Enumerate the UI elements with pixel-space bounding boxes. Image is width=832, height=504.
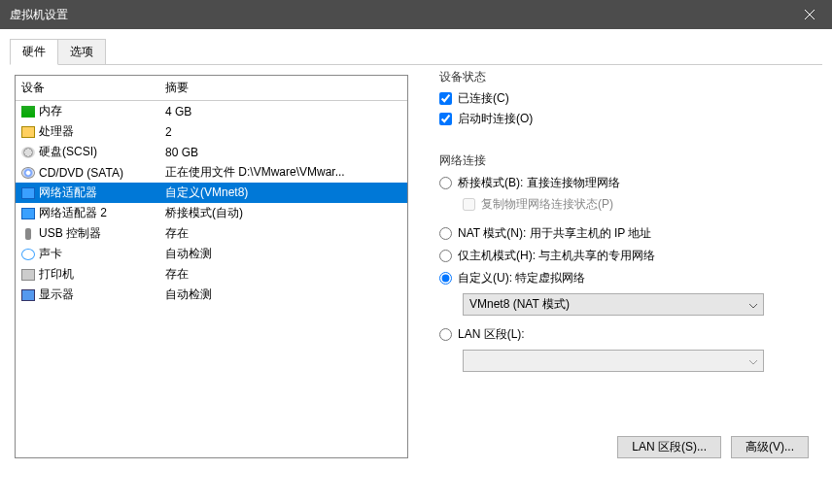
detail-pane: 设备状态 已连接(C) 启动时连接(O) 网络连接 桥接模式(B): 直接连接物… <box>428 75 817 458</box>
connected-input[interactable] <box>439 92 452 105</box>
device-summary: 存在 <box>165 225 401 242</box>
device-name: 显示器 <box>39 286 165 303</box>
chevron-down-icon <box>749 355 757 369</box>
lan-segments-button[interactable]: LAN 区段(S)... <box>617 436 721 458</box>
device-summary: 自动检测 <box>165 246 401 262</box>
cpu-icon <box>21 126 39 138</box>
lan-segment-input[interactable] <box>439 328 452 341</box>
table-row[interactable]: 内存4 GB <box>16 101 407 121</box>
device-summary: 2 <box>165 125 401 139</box>
col-summary: 摘要 <box>165 80 401 96</box>
memory-icon <box>21 106 39 118</box>
printer-icon <box>21 269 39 281</box>
device-summary: 自定义(VMnet8) <box>165 185 401 201</box>
replicate-checkbox: 复制物理网络连接状态(P) <box>463 194 806 215</box>
network-connection-legend: 网络连接 <box>435 152 490 169</box>
device-summary: 80 GB <box>165 146 401 159</box>
bridged-radio[interactable]: 桥接模式(B): 直接连接物理网络 <box>439 172 806 194</box>
table-row[interactable]: 处理器2 <box>16 121 407 142</box>
bridged-input[interactable] <box>439 177 452 189</box>
nat-radio[interactable]: NAT 模式(N): 用于共享主机的 IP 地址 <box>439 222 806 245</box>
close-button[interactable] <box>787 0 832 29</box>
device-name: 网络适配器 <box>39 185 165 201</box>
window-title: 虚拟机设置 <box>10 7 787 23</box>
table-row[interactable]: 打印机存在 <box>16 264 407 285</box>
table-row[interactable]: 声卡自动检测 <box>16 244 407 264</box>
connected-checkbox[interactable]: 已连接(C) <box>439 88 806 109</box>
connect-on-poweron-input[interactable] <box>439 113 452 125</box>
device-name: 硬盘(SCSI) <box>39 144 165 160</box>
custom-network-select[interactable]: VMnet8 (NAT 模式) <box>463 293 764 316</box>
device-summary: 4 GB <box>165 105 401 118</box>
device-state-legend: 设备状态 <box>435 69 490 85</box>
cd-icon <box>21 167 39 179</box>
device-name: 声卡 <box>39 246 165 262</box>
advanced-button[interactable]: 高级(V)... <box>731 436 809 458</box>
hostonly-radio[interactable]: 仅主机模式(H): 与主机共享的专用网络 <box>439 245 806 267</box>
table-row[interactable]: CD/DVD (SATA)正在使用文件 D:\VMware\VMwar... <box>16 162 407 183</box>
disk-icon <box>21 147 39 158</box>
button-row: LAN 区段(S)... 高级(V)... <box>428 436 817 458</box>
replicate-label: 复制物理网络连接状态(P) <box>481 196 613 213</box>
col-device: 设备 <box>21 80 165 96</box>
tab-hardware[interactable]: 硬件 <box>10 39 58 65</box>
custom-label: 自定义(U): 特定虚拟网络 <box>458 270 585 286</box>
connected-label: 已连接(C) <box>458 90 509 107</box>
device-name: CD/DVD (SATA) <box>39 166 165 180</box>
table-row[interactable]: 网络适配器自定义(VMnet8) <box>16 183 407 203</box>
network-icon <box>21 187 39 199</box>
titlebar: 虚拟机设置 <box>0 0 832 29</box>
tab-options[interactable]: 选项 <box>57 39 106 65</box>
table-row[interactable]: USB 控制器存在 <box>16 223 407 244</box>
list-header: 设备 摘要 <box>16 76 407 100</box>
device-name: USB 控制器 <box>39 225 165 242</box>
custom-network-value: VMnet8 (NAT 模式) <box>469 297 570 311</box>
replicate-input <box>463 198 475 211</box>
lan-segment-radio[interactable]: LAN 区段(L): <box>439 323 806 346</box>
table-row[interactable]: 硬盘(SCSI)80 GB <box>16 142 407 162</box>
bridged-label: 桥接模式(B): 直接连接物理网络 <box>458 175 620 191</box>
connect-on-poweron-checkbox[interactable]: 启动时连接(O) <box>439 109 806 129</box>
sound-icon <box>21 249 39 260</box>
tab-bar: 硬件 选项 <box>0 29 832 65</box>
device-state-group: 设备状态 已连接(C) 启动时连接(O) <box>428 77 817 143</box>
hostonly-label: 仅主机模式(H): 与主机共享的专用网络 <box>458 248 655 264</box>
content-area: 设备 摘要 内存4 GB处理器2硬盘(SCSI)80 GBCD/DVD (SAT… <box>0 65 832 468</box>
device-summary: 自动检测 <box>165 286 401 303</box>
network-connection-group: 网络连接 桥接模式(B): 直接连接物理网络 复制物理网络连接状态(P) NAT… <box>428 160 817 386</box>
table-row[interactable]: 显示器自动检测 <box>16 285 407 305</box>
device-summary: 正在使用文件 D:\VMware\VMwar... <box>165 164 401 181</box>
nat-label: NAT 模式(N): 用于共享主机的 IP 地址 <box>458 225 651 242</box>
device-name: 网络适配器 2 <box>39 205 165 221</box>
connect-on-poweron-label: 启动时连接(O) <box>458 111 533 127</box>
device-name: 内存 <box>39 103 165 119</box>
lan-segment-label: LAN 区段(L): <box>458 326 525 343</box>
custom-radio[interactable]: 自定义(U): 特定虚拟网络 <box>439 267 806 289</box>
device-list: 设备 摘要 内存4 GB处理器2硬盘(SCSI)80 GBCD/DVD (SAT… <box>15 75 408 458</box>
device-name: 打印机 <box>39 266 165 283</box>
monitor-icon <box>21 289 39 301</box>
device-summary: 桥接模式(自动) <box>165 205 401 221</box>
device-summary: 存在 <box>165 266 401 283</box>
network-icon <box>21 208 39 219</box>
hostonly-input[interactable] <box>439 250 452 262</box>
usb-icon <box>21 228 39 240</box>
chevron-down-icon <box>749 299 757 313</box>
custom-input[interactable] <box>439 272 452 285</box>
table-row[interactable]: 网络适配器 2桥接模式(自动) <box>16 203 407 223</box>
list-body: 内存4 GB处理器2硬盘(SCSI)80 GBCD/DVD (SATA)正在使用… <box>16 101 407 305</box>
lan-segment-select <box>463 350 764 372</box>
device-name: 处理器 <box>39 123 165 140</box>
close-icon <box>805 10 815 19</box>
nat-input[interactable] <box>439 227 452 240</box>
